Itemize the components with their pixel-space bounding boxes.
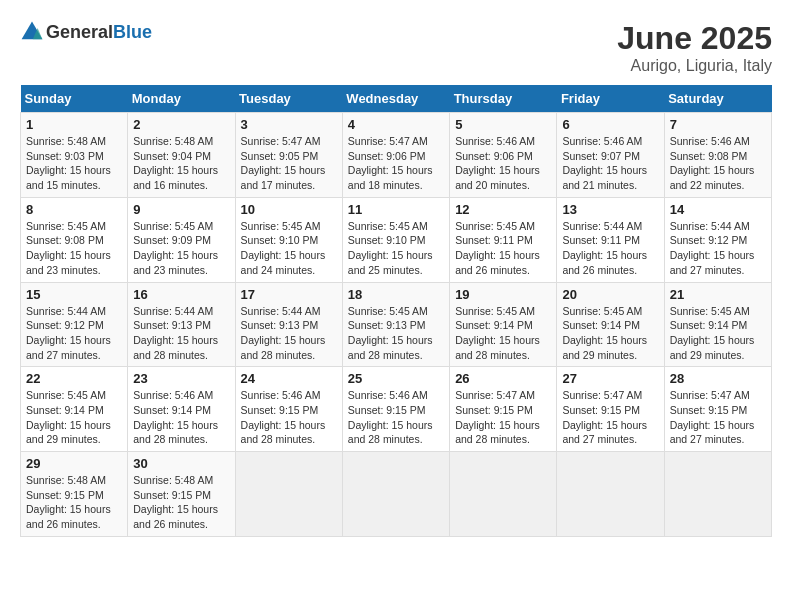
logo: GeneralBlue bbox=[20, 20, 152, 44]
table-row: 14Sunrise: 5:44 AMSunset: 9:12 PMDayligh… bbox=[664, 197, 771, 282]
col-monday: Monday bbox=[128, 85, 235, 113]
calendar-week-2: 8Sunrise: 5:45 AMSunset: 9:08 PMDaylight… bbox=[21, 197, 772, 282]
table-row: 11Sunrise: 5:45 AMSunset: 9:10 PMDayligh… bbox=[342, 197, 449, 282]
table-row: 28Sunrise: 5:47 AMSunset: 9:15 PMDayligh… bbox=[664, 367, 771, 452]
table-row: 9Sunrise: 5:45 AMSunset: 9:09 PMDaylight… bbox=[128, 197, 235, 282]
col-sunday: Sunday bbox=[21, 85, 128, 113]
table-row: 15Sunrise: 5:44 AMSunset: 9:12 PMDayligh… bbox=[21, 282, 128, 367]
table-row bbox=[235, 452, 342, 537]
title-area: June 2025 Aurigo, Liguria, Italy bbox=[617, 20, 772, 75]
table-row: 10Sunrise: 5:45 AMSunset: 9:10 PMDayligh… bbox=[235, 197, 342, 282]
calendar-title: June 2025 bbox=[617, 20, 772, 57]
table-row bbox=[450, 452, 557, 537]
table-row: 22Sunrise: 5:45 AMSunset: 9:14 PMDayligh… bbox=[21, 367, 128, 452]
table-row: 7Sunrise: 5:46 AMSunset: 9:08 PMDaylight… bbox=[664, 113, 771, 198]
col-friday: Friday bbox=[557, 85, 664, 113]
table-row: 5Sunrise: 5:46 AMSunset: 9:06 PMDaylight… bbox=[450, 113, 557, 198]
calendar-week-5: 29Sunrise: 5:48 AMSunset: 9:15 PMDayligh… bbox=[21, 452, 772, 537]
col-saturday: Saturday bbox=[664, 85, 771, 113]
table-row bbox=[342, 452, 449, 537]
table-row: 30Sunrise: 5:48 AMSunset: 9:15 PMDayligh… bbox=[128, 452, 235, 537]
col-thursday: Thursday bbox=[450, 85, 557, 113]
table-row: 3Sunrise: 5:47 AMSunset: 9:05 PMDaylight… bbox=[235, 113, 342, 198]
calendar-subtitle: Aurigo, Liguria, Italy bbox=[617, 57, 772, 75]
table-row: 20Sunrise: 5:45 AMSunset: 9:14 PMDayligh… bbox=[557, 282, 664, 367]
table-row: 19Sunrise: 5:45 AMSunset: 9:14 PMDayligh… bbox=[450, 282, 557, 367]
table-row: 24Sunrise: 5:46 AMSunset: 9:15 PMDayligh… bbox=[235, 367, 342, 452]
table-row: 2Sunrise: 5:48 AMSunset: 9:04 PMDaylight… bbox=[128, 113, 235, 198]
table-row: 4Sunrise: 5:47 AMSunset: 9:06 PMDaylight… bbox=[342, 113, 449, 198]
page-header: GeneralBlue June 2025 Aurigo, Liguria, I… bbox=[20, 20, 772, 75]
calendar-week-3: 15Sunrise: 5:44 AMSunset: 9:12 PMDayligh… bbox=[21, 282, 772, 367]
logo-text-blue: Blue bbox=[113, 22, 152, 42]
table-row: 13Sunrise: 5:44 AMSunset: 9:11 PMDayligh… bbox=[557, 197, 664, 282]
calendar-table: Sunday Monday Tuesday Wednesday Thursday… bbox=[20, 85, 772, 537]
table-row: 26Sunrise: 5:47 AMSunset: 9:15 PMDayligh… bbox=[450, 367, 557, 452]
table-row bbox=[664, 452, 771, 537]
table-row: 17Sunrise: 5:44 AMSunset: 9:13 PMDayligh… bbox=[235, 282, 342, 367]
calendar-header-row: Sunday Monday Tuesday Wednesday Thursday… bbox=[21, 85, 772, 113]
logo-text-general: General bbox=[46, 22, 113, 42]
table-row: 21Sunrise: 5:45 AMSunset: 9:14 PMDayligh… bbox=[664, 282, 771, 367]
table-row: 25Sunrise: 5:46 AMSunset: 9:15 PMDayligh… bbox=[342, 367, 449, 452]
table-row: 12Sunrise: 5:45 AMSunset: 9:11 PMDayligh… bbox=[450, 197, 557, 282]
col-wednesday: Wednesday bbox=[342, 85, 449, 113]
calendar-week-1: 1Sunrise: 5:48 AMSunset: 9:03 PMDaylight… bbox=[21, 113, 772, 198]
table-row: 18Sunrise: 5:45 AMSunset: 9:13 PMDayligh… bbox=[342, 282, 449, 367]
table-row: 16Sunrise: 5:44 AMSunset: 9:13 PMDayligh… bbox=[128, 282, 235, 367]
logo-icon bbox=[20, 20, 44, 44]
table-row: 8Sunrise: 5:45 AMSunset: 9:08 PMDaylight… bbox=[21, 197, 128, 282]
table-row: 6Sunrise: 5:46 AMSunset: 9:07 PMDaylight… bbox=[557, 113, 664, 198]
table-row bbox=[557, 452, 664, 537]
table-row: 1Sunrise: 5:48 AMSunset: 9:03 PMDaylight… bbox=[21, 113, 128, 198]
table-row: 23Sunrise: 5:46 AMSunset: 9:14 PMDayligh… bbox=[128, 367, 235, 452]
calendar-week-4: 22Sunrise: 5:45 AMSunset: 9:14 PMDayligh… bbox=[21, 367, 772, 452]
table-row: 27Sunrise: 5:47 AMSunset: 9:15 PMDayligh… bbox=[557, 367, 664, 452]
table-row: 29Sunrise: 5:48 AMSunset: 9:15 PMDayligh… bbox=[21, 452, 128, 537]
col-tuesday: Tuesday bbox=[235, 85, 342, 113]
